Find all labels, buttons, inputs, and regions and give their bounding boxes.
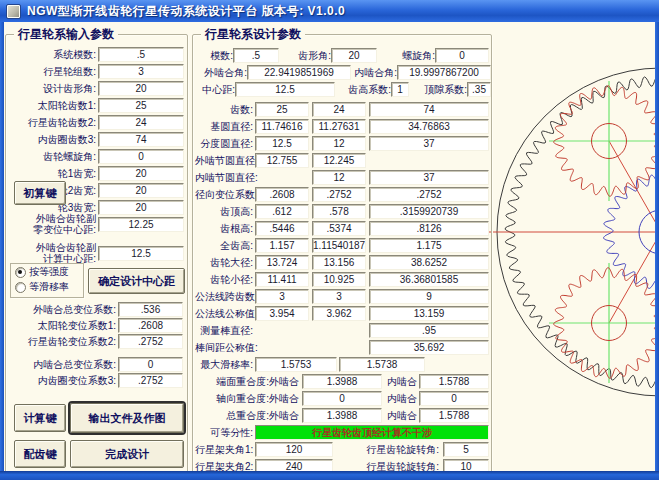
- cell-box[interactable]: 12.245: [312, 153, 366, 168]
- center-distance-box[interactable]: 12.5: [235, 82, 335, 97]
- confirm-center-distance-button[interactable]: 确定设计中心距: [88, 268, 185, 294]
- table-row: 齿顶高:.612.578.3159920739: [195, 203, 489, 220]
- cell-box[interactable]: 13.724: [255, 255, 309, 270]
- cell-box[interactable]: 12.755: [255, 153, 309, 168]
- cell-box[interactable]: 13.156: [312, 255, 366, 270]
- cell-box[interactable]: 35.692: [369, 340, 489, 355]
- cell-box[interactable]: .2752: [312, 187, 366, 202]
- field-input[interactable]: 74: [98, 132, 184, 147]
- cell-box[interactable]: 34.76863: [369, 119, 489, 134]
- cell-box[interactable]: 1.5788: [419, 408, 489, 423]
- gear-match-button[interactable]: 配齿键: [14, 440, 66, 468]
- cell-box[interactable]: 11.74616: [255, 119, 309, 134]
- row-label: 齿数:: [195, 104, 253, 115]
- cell-box[interactable]: .95: [369, 323, 489, 338]
- cell-box[interactable]: 12: [312, 170, 366, 185]
- cell-box[interactable]: 1.157: [255, 238, 309, 253]
- field-input[interactable]: .2752: [118, 334, 183, 349]
- cell-box[interactable]: 74: [369, 102, 489, 117]
- field-input[interactable]: 12.25: [98, 217, 184, 232]
- int-mesh-angle-box[interactable]: 19.9997867200: [397, 65, 491, 80]
- cell-box[interactable]: 24: [312, 102, 366, 117]
- cell-box[interactable]: 0: [302, 391, 382, 406]
- cell-box[interactable]: 3: [255, 289, 309, 304]
- cell-box[interactable]: 1.175: [369, 238, 489, 253]
- field-input[interactable]: 25: [98, 98, 184, 113]
- cell-box[interactable]: 5: [443, 442, 489, 457]
- cell-box[interactable]: 10.925: [312, 272, 366, 287]
- field-input[interactable]: 3: [98, 64, 184, 79]
- module-input[interactable]: .5: [233, 48, 279, 63]
- cell-box[interactable]: 38.6252: [369, 255, 489, 270]
- cell-box[interactable]: 1.3988: [302, 408, 382, 423]
- field-input[interactable]: 12.5: [98, 246, 184, 261]
- cell-box[interactable]: .612: [255, 204, 309, 219]
- finish-design-button[interactable]: 完成设计: [70, 440, 184, 468]
- title-bar[interactable]: NGW型渐开线齿轮行星传动系统设计平台 版本号: V1.0.0: [0, 0, 659, 22]
- field-input[interactable]: 24: [98, 115, 184, 130]
- cell-box[interactable]: 36.36801585: [369, 272, 489, 287]
- param-row: 内齿圈齿数3:74: [6, 131, 185, 148]
- table-row: 基圆直径:11.7461611.2763134.76863: [195, 118, 489, 135]
- cell-box[interactable]: 1.5738: [339, 357, 425, 372]
- cell-box[interactable]: 1.115401878: [312, 238, 366, 253]
- row-label: 全齿高:: [195, 240, 253, 251]
- slip-rate-row: 最大滑移率:1.57531.5738: [195, 356, 489, 373]
- init-calc-button[interactable]: 初算键: [14, 181, 66, 205]
- equal-strength-radio[interactable]: 按等强度: [15, 265, 83, 279]
- cell-box[interactable]: 12: [312, 136, 366, 151]
- cell-box[interactable]: 1.5753: [255, 357, 337, 372]
- table-row: 齿数:252474: [195, 101, 489, 118]
- cell-box[interactable]: 120: [255, 442, 333, 457]
- field-label: 行星轮组数:: [6, 66, 96, 77]
- cell-box[interactable]: 1.5788: [419, 374, 489, 389]
- param-row: 设计齿形角:20: [6, 80, 185, 97]
- cell-box[interactable]: .5374: [312, 221, 366, 236]
- table-row: 棒间距公称值:35.692: [195, 339, 489, 356]
- pressure-angle-input[interactable]: 20: [331, 48, 377, 63]
- output-file-plot-button[interactable]: 输出文件及作图: [70, 403, 184, 433]
- cell-box[interactable]: .8126: [369, 221, 489, 236]
- center-distance-row: 中心距:12.5齿高系数:1顶隙系数:.35: [195, 81, 489, 97]
- field-input[interactable]: 20: [98, 81, 184, 96]
- cell-box[interactable]: 13.159: [369, 306, 489, 321]
- cell-box[interactable]: .578: [312, 204, 366, 219]
- cell-box[interactable]: 11.411: [255, 272, 309, 287]
- field-input[interactable]: 0: [118, 357, 183, 372]
- field-input[interactable]: .2752: [118, 373, 183, 388]
- cell-box[interactable]: 3.962: [312, 306, 366, 321]
- cell-box[interactable]: 11.27631: [312, 119, 366, 134]
- field-input[interactable]: 20: [98, 183, 184, 198]
- table-row: 分度圆直径:12.51237: [195, 135, 489, 152]
- cell-box[interactable]: 9: [369, 289, 489, 304]
- cell-box[interactable]: .3159920739: [369, 204, 489, 219]
- field-input[interactable]: .2608: [118, 318, 183, 333]
- row-label: 棒间距公称值:: [195, 342, 253, 353]
- field-input[interactable]: 0: [98, 149, 184, 164]
- cell-box[interactable]: 3.954: [255, 306, 309, 321]
- calc-button[interactable]: 计算键: [14, 404, 66, 432]
- cell-box[interactable]: .2752: [369, 187, 489, 202]
- equal-slip-radio[interactable]: 等滑移率: [15, 280, 83, 294]
- row-label: 外啮节圆直径:: [195, 155, 253, 166]
- addendum-coef-box[interactable]: 1: [391, 82, 409, 97]
- cell-box[interactable]: .2608: [255, 187, 309, 202]
- cell-box[interactable]: 37: [369, 136, 489, 151]
- helix-angle-input[interactable]: 0: [435, 48, 489, 63]
- field-input[interactable]: .5: [98, 47, 184, 62]
- cell-box[interactable]: 12.5: [255, 136, 309, 151]
- cell-box[interactable]: 1.3988: [302, 374, 382, 389]
- cell-box[interactable]: 37: [369, 170, 489, 185]
- row-label: 轴向重合度:外啮合: [195, 393, 299, 404]
- cell-box[interactable]: .5446: [255, 221, 309, 236]
- ext-mesh-angle-box[interactable]: 22.9419851969: [247, 65, 351, 80]
- field-input[interactable]: .536: [118, 302, 183, 317]
- field-label: 系统模数:: [6, 49, 96, 60]
- cell-box[interactable]: 25: [255, 102, 309, 117]
- row-label: 最大滑移率:: [195, 359, 253, 370]
- table-row: 公法线跨齿数:339: [195, 288, 489, 305]
- cell-box[interactable]: 3: [312, 289, 366, 304]
- clearance-coef-box[interactable]: .35: [467, 82, 491, 97]
- field-input[interactable]: 20: [98, 166, 184, 181]
- cell-box[interactable]: 0: [419, 391, 489, 406]
